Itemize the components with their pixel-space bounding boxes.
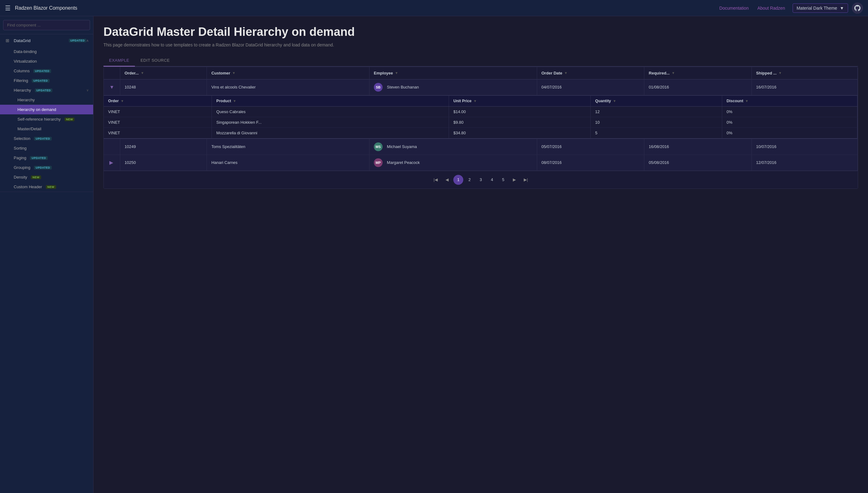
sidebar-item-label: Density [14,175,27,179]
datagrid-container: Order... ▼ Customer ▼ Em [104,67,858,189]
customer-filter-icon[interactable]: ▼ [232,71,236,75]
sidebar-item-label: Master/Detail [18,127,41,131]
employee-name: Steven Buchanan [387,85,419,89]
sub-quantity-cell: 5 [591,127,722,138]
sub-product-filter-icon[interactable]: ▼ [233,99,237,103]
sidebar-item-label: Paging [14,155,26,160]
sub-order-cell: VINET [104,106,212,117]
sidebar-item-filtering[interactable]: Filtering UPDATED [0,76,93,85]
prev-page-button[interactable]: ◀ [442,175,452,184]
col-employee-label: Employee [374,71,393,76]
order-date-cell: 05/07/2016 [537,139,644,154]
required-date-cell: 01/08/2016 [644,79,752,95]
next-page-button[interactable]: ▶ [509,175,519,184]
hamburger-icon[interactable]: ☰ [5,4,10,12]
row-expand-button[interactable]: ▶ [108,159,114,166]
sidebar-item-hierarchy-on-demand[interactable]: Hierarchy on demand [0,105,93,114]
sidebar-item-paging[interactable]: Paging UPDATED [0,153,93,163]
page-2-button[interactable]: 2 [464,175,475,184]
datagrid-group-label: DataGrid [14,38,67,43]
sub-col-product: Product ▼ [212,96,449,107]
table-row: ▶ 10250 Hanari Carnes MP Margaret Peacoc… [104,154,858,170]
sidebar-item-columns[interactable]: Columns UPDATED [0,66,93,76]
required-filter-icon[interactable]: ▼ [671,71,675,75]
page-5-button[interactable]: 5 [498,175,508,184]
sub-quantity-cell: 10 [591,117,722,127]
datagrid-items: Data-binding Virtualization Columns UPDA… [0,47,93,192]
tab-edit-source[interactable]: EDIT SOURCE [135,55,175,67]
employee-filter-icon[interactable]: ▼ [395,71,398,75]
required-date-cell: 05/08/2016 [644,154,752,170]
docs-link[interactable]: Documentation [719,6,749,10]
order-date-filter-icon[interactable]: ▼ [564,71,568,75]
sidebar-item-label: Hierarchy on demand [18,107,56,112]
sidebar-item-sorting[interactable]: Sorting [0,143,93,153]
sub-col-product-label: Product [216,99,231,103]
sub-quantity-filter-icon[interactable]: ▼ [613,99,616,103]
col-employee: Employee ▼ [369,67,537,80]
sub-discount-filter-icon[interactable]: ▼ [745,99,749,103]
sub-table: Order ▼ Product ▼ [104,96,858,138]
last-page-button[interactable]: ▶| [521,175,531,184]
col-shipped-label: Shipped ... [756,71,777,76]
github-icon[interactable] [852,2,863,14]
order-filter-icon[interactable]: ▼ [140,71,144,75]
sub-order-filter-icon[interactable]: ▼ [121,99,124,103]
sub-discount-cell: 0% [722,117,858,127]
order-id-cell: 10248 [120,79,207,95]
sub-table-row: Order ▼ Product ▼ [104,95,858,139]
sidebar-item-virtualization[interactable]: Virtualization [0,57,93,66]
self-ref-badge: NEW [65,117,75,121]
columns-badge: UPDATED [33,69,51,73]
row-collapse-button[interactable]: ▼ [108,84,115,90]
about-link[interactable]: About Radzen [757,6,785,10]
theme-selector[interactable]: Material Dark Theme ▼ [793,3,848,13]
sub-col-discount-label: Discount [726,99,743,103]
page-3-button[interactable]: 3 [476,175,486,184]
sub-order-cell: VINET [104,117,212,127]
sub-unit-price-filter-icon[interactable]: ▼ [474,99,477,103]
page-4-button[interactable]: 4 [487,175,497,184]
sidebar-item-label: Custom Header [14,185,42,189]
sidebar-item-grouping[interactable]: Grouping UPDATED [0,163,93,172]
sidebar-search-container [0,16,93,34]
tabs: EXAMPLE EDIT SOURCE [104,55,858,67]
sub-quantity-cell: 12 [591,106,722,117]
tab-example[interactable]: EXAMPLE [104,55,135,67]
sub-order-cell: VINET [104,127,212,138]
sub-col-quantity-label: Quantity [595,99,611,103]
first-page-button[interactable]: |◀ [431,175,441,184]
sub-col-order: Order ▼ [104,96,212,107]
sidebar-item-master-detail[interactable]: Master/Detail [0,124,93,134]
sub-discount-cell: 0% [722,106,858,117]
search-input[interactable] [3,20,90,30]
sidebar-item-density[interactable]: Density NEW [0,172,93,182]
grouping-badge: UPDATED [34,166,51,170]
sidebar-item-hierarchy-basic[interactable]: Hierarchy [0,95,93,105]
col-order-date-label: Order Date [542,71,562,76]
topnav: ☰ Radzen Blazor Components Documentation… [0,0,868,16]
shipped-date-cell: 10/07/2016 [752,139,858,154]
theme-label: Material Dark Theme [797,6,837,10]
sidebar-item-label: Self-reference hierarchy [18,117,61,122]
expand-col-header [104,67,120,80]
sidebar-item-custom-header[interactable]: Custom Header NEW [0,182,93,192]
col-customer: Customer ▼ [207,67,369,80]
sidebar-item-label: Grouping [14,165,30,170]
sidebar-item-hierarchy[interactable]: Hierarchy UPDATED ∨ [0,85,93,95]
col-required: Required... ▼ [644,67,752,80]
sidebar: ⊞ DataGrid UPDATED ∧ Data-binding Virtua… [0,16,93,493]
sidebar-group-datagrid-header[interactable]: ⊞ DataGrid UPDATED ∧ [0,34,93,47]
sidebar-item-selection[interactable]: Selection UPDATED [0,134,93,143]
paging-badge: UPDATED [30,156,47,160]
sidebar-item-label: Virtualization [14,59,37,64]
shipped-date-cell: 16/07/2016 [752,79,858,95]
order-date-cell: 08/07/2016 [537,154,644,170]
sub-discount-cell: 0% [722,127,858,138]
sidebar-item-self-reference[interactable]: Self-reference hierarchy NEW [0,114,93,124]
page-1-button[interactable]: 1 [453,175,463,185]
sub-product-cell: Mozzarella di Giovanni [212,127,449,138]
shipped-filter-icon[interactable]: ▼ [779,71,782,75]
filtering-badge: UPDATED [32,79,49,83]
sidebar-item-databinding[interactable]: Data-binding [0,47,93,57]
